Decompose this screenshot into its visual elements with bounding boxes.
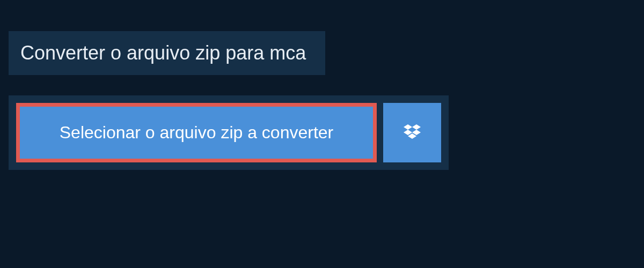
select-file-button[interactable]: Selecionar o arquivo zip a converter <box>16 103 377 162</box>
dropbox-button[interactable] <box>383 103 441 162</box>
page-title: Converter o arquivo zip para mca <box>9 31 325 75</box>
button-row: Selecionar o arquivo zip a converter <box>9 95 449 170</box>
converter-widget: Converter o arquivo zip para mca Selecio… <box>0 0 644 170</box>
dropbox-icon <box>401 122 423 144</box>
